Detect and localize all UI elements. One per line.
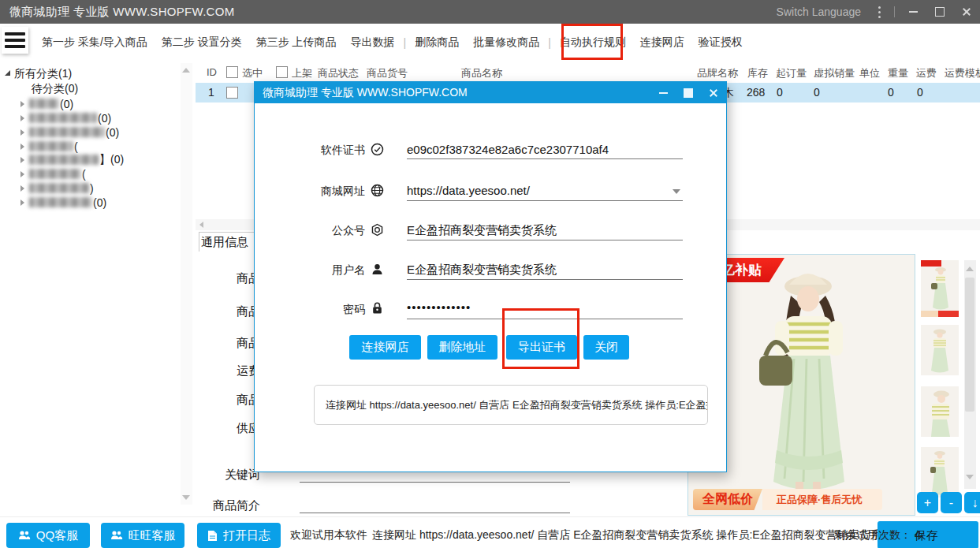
image-add-button[interactable]: + [917,492,938,513]
col-weight[interactable]: 重量 [888,66,908,80]
col-brand[interactable]: 品牌名称 [697,66,738,80]
menu-connect-shop[interactable]: 连接网店 [633,31,691,54]
tree-item[interactable]: (0) [20,195,106,210]
dropdown-caret-icon[interactable] [673,189,680,194]
password-input[interactable]: ••••••••••••• [407,300,683,314]
thumbnail-2[interactable] [921,325,959,375]
thumbnail-3[interactable] [921,386,959,437]
col-status[interactable]: 商品状态 [318,66,359,80]
tree-item[interactable]: ) [20,181,94,196]
menu-auto-rules[interactable]: 自动执行规则 [553,31,633,54]
col-moq[interactable]: 起订量 [776,66,807,80]
col-shipping-template[interactable]: 运费模板 [945,66,980,80]
select-all-checkbox[interactable] [226,66,238,78]
tree-item[interactable]: 】(0) [20,152,124,167]
menu-batch-edit[interactable]: 批量修改商品 [466,31,546,54]
tree-collapsed-icon[interactable] [20,185,24,192]
titlebar: 微商城助理 专业版 WWW.SHOPFW.COM Switch Language [0,0,980,24]
image-remove-button[interactable]: - [941,492,962,513]
scrollbar-thumb[interactable] [965,278,974,412]
tree-collapsed-icon[interactable] [20,101,24,107]
connect-shop-button[interactable]: 连接网店 [349,335,421,360]
dialog-maximize-button[interactable] [676,82,701,103]
username-input[interactable]: E企盈招商裂变营销卖货系统 [407,263,683,278]
hamburger-menu-icon[interactable] [2,27,28,54]
tree-collapsed-icon[interactable] [20,129,24,136]
thumb-badge [921,260,941,267]
official-account-input[interactable]: E企盈招商裂变营销卖货系统 [407,223,683,238]
tree-collapsed-icon[interactable] [20,199,24,206]
tree-item-all-categories[interactable]: 所有分类(1) [5,66,72,81]
col-unit[interactable]: 单位 [859,66,880,80]
product-table-header: ID 选中 上架 商品状态 商品货号 商品名称 品牌名称 库存 起订量 虚拟销量… [196,62,980,84]
menu-delete-product[interactable]: 删除商品 [408,31,466,54]
tree-collapsed-icon[interactable] [20,144,24,150]
row-stock: 268 [747,86,765,99]
tree-collapsed-icon[interactable] [20,157,24,163]
save-button-label: 保存 [915,528,938,543]
description-input[interactable] [300,513,570,513]
col-virtual-sales[interactable]: 虚拟销量 [814,66,855,80]
dialog-minimize-button[interactable] [650,82,676,103]
export-cert-button[interactable]: 导出证书 [506,335,577,360]
col-shipping[interactable]: 运费 [916,66,937,80]
lowest-price-tag: 全网低价 [693,489,762,510]
welcome-text: 欢迎试用本软件 [290,528,367,542]
scroll-up-icon[interactable] [182,68,190,73]
person-icon [371,263,384,276]
tree-expanded-icon[interactable] [5,70,10,76]
tree-scrollbar[interactable] [181,63,192,505]
trial-count-text: 剩余试用次数： 4 [834,528,921,542]
detail-label: 商品简介 [196,498,260,513]
menu-verify-auth[interactable]: 验证授权 [691,31,750,54]
wangwang-support-button[interactable]: 旺旺客服 [101,523,184,548]
dialog-close-button[interactable] [701,82,726,103]
globe-icon [371,184,384,197]
scroll-left-icon[interactable] [199,222,203,228]
tab-general-info[interactable]: 通用信息 [199,232,255,252]
tree-item[interactable]: (0) [20,110,111,125]
redacted-label [29,183,89,193]
product-model-image [725,264,882,509]
onshelf-all-checkbox[interactable] [276,66,288,78]
qq-support-button[interactable]: QQ客服 [6,523,90,548]
menu-step3-upload[interactable]: 第三步 上传商品 [249,31,344,54]
menu-step2-category[interactable]: 第二步 设置分类 [155,31,249,54]
menu-export-data[interactable]: 导出数据 [344,31,402,54]
tree-item-uncategorized[interactable]: 待分类(0) [32,81,78,96]
tree-item[interactable]: (0) [20,125,119,140]
shop-url-label: 商城网址 [270,185,365,199]
menu-step1-import[interactable]: 第一步 采集/导入商品 [35,31,155,54]
thumbnail-4[interactable] [921,447,959,498]
scroll-up-icon[interactable] [966,267,974,271]
col-onshelf[interactable]: 上架 [292,66,312,80]
close-dialog-button[interactable]: 关闭 [583,335,629,360]
tree-item[interactable]: (0) [20,96,73,111]
keyword-input[interactable] [300,482,570,483]
scroll-down-icon[interactable] [966,475,974,479]
delete-address-button[interactable]: 删除地址 [427,335,497,360]
scroll-down-icon[interactable] [182,495,190,500]
col-name[interactable]: 商品名称 [461,66,502,80]
col-id[interactable]: ID [207,66,217,78]
tree-collapsed-icon[interactable] [20,171,24,177]
tree-collapsed-icon[interactable] [20,115,24,121]
switch-language-button[interactable]: Switch Language [777,6,861,18]
col-stock[interactable]: 库存 [747,66,768,80]
password-underline [407,319,683,319]
tree-item[interactable]: ( [20,166,86,181]
thumbnail-scrollbar[interactable] [964,260,976,489]
minimize-button[interactable] [900,0,926,24]
connect-shop-dialog: 微商城助理 专业版 WWW.SHOPFW.COM 软件证书 e09c02f387… [254,81,727,472]
maximize-button[interactable] [926,0,953,24]
open-log-button[interactable]: 打开日志 [197,523,281,548]
col-sku[interactable]: 商品货号 [367,66,408,80]
cert-input[interactable]: e09c02f387324e82a6c7ce2307710af4 [407,143,683,156]
kebab-menu-icon[interactable] [872,0,886,24]
row-select-checkbox[interactable] [226,87,238,99]
thumbnail-1[interactable] [921,260,959,317]
image-move-down-button[interactable]: ↓ [964,492,980,513]
shop-url-input[interactable]: https://data.yeesoo.net/ [407,184,683,197]
col-selected[interactable]: 选中 [242,66,263,80]
close-button[interactable] [953,0,980,24]
